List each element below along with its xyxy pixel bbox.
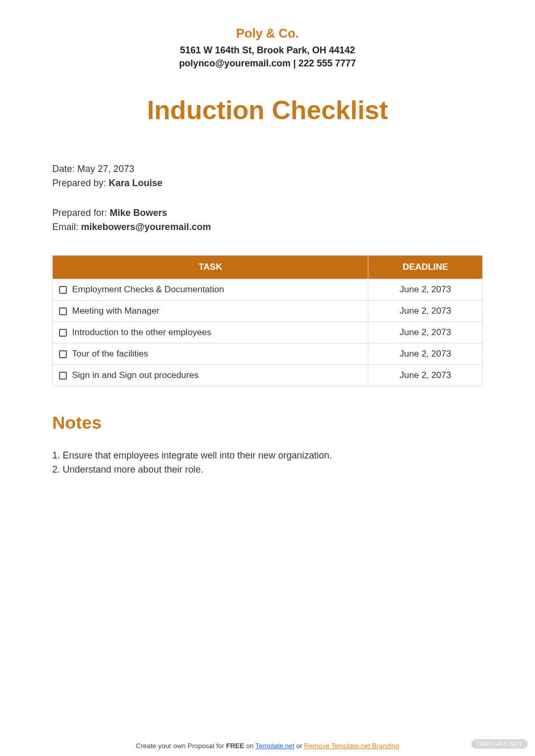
task-label: Meeting with Manager — [72, 306, 159, 316]
footer-link-template[interactable]: Template.net — [255, 742, 294, 750]
prepared-by-label: Prepared by: — [52, 178, 109, 188]
footer-on: on — [244, 742, 255, 750]
date-label: Date: — [52, 164, 77, 174]
document-page: Poly & Co. 5161 W 164th St, Brook Park, … — [0, 0, 535, 477]
checklist-table: TASK DEADLINE Employment Checks & Docume… — [52, 255, 483, 386]
deadline-cell: June 2, 2073 — [368, 322, 483, 343]
document-title: Induction Checklist — [52, 95, 483, 125]
prepared-for-line: Prepared for: Mike Bowers — [52, 206, 483, 220]
company-contact: polynco@youremail.com | 222 555 7777 — [52, 58, 483, 69]
footer-or: or — [294, 742, 304, 750]
meta-block-1: Date: May 27, 2073 Prepared by: Kara Lou… — [52, 162, 483, 190]
task-cell: Employment Checks & Documentation — [59, 284, 362, 295]
task-label: Introduction to the other employees — [72, 327, 212, 338]
prepared-for-label: Prepared for: — [52, 208, 110, 218]
checkbox-icon[interactable] — [59, 372, 67, 380]
deadline-cell: June 2, 2073 — [368, 343, 483, 365]
table-row: Introduction to the other employees June… — [53, 322, 483, 343]
checkbox-icon[interactable] — [59, 329, 67, 337]
header-task: TASK — [53, 256, 368, 279]
deadline-cell: June 2, 2073 — [368, 365, 483, 386]
prepared-for-value: Mike Bowers — [110, 208, 167, 218]
footer-free: FREE — [226, 742, 245, 750]
prepared-by-line: Prepared by: Kara Louise — [52, 176, 483, 190]
checkbox-icon[interactable] — [59, 286, 67, 294]
task-label: Employment Checks & Documentation — [72, 284, 224, 295]
table-row: Sign in and Sign out procedures June 2, … — [53, 365, 483, 386]
table-header-row: TASK DEADLINE — [53, 256, 483, 279]
table-row: Meeting with Manager June 2, 2073 — [53, 301, 483, 322]
task-cell: Meeting with Manager — [59, 306, 362, 316]
table-row: Employment Checks & Documentation June 2… — [53, 279, 483, 301]
email-line: Email: mikebowers@youremail.com — [52, 220, 483, 234]
prepared-by-value: Kara Louise — [109, 178, 162, 188]
note-item: Ensure that employees integrate well int… — [52, 449, 483, 463]
deadline-cell: June 2, 2073 — [368, 279, 483, 301]
email-value: mikebowers@youremail.com — [81, 222, 211, 232]
task-label: Sign in and Sign out procedures — [72, 370, 199, 381]
date-value: May 27, 2073 — [77, 164, 134, 174]
header-deadline: DEADLINE — [368, 256, 483, 279]
table-row: Tour of the facilities June 2, 2073 — [53, 343, 483, 365]
date-line: Date: May 27, 2073 — [52, 162, 483, 176]
footer-prefix: Create your own Proposal for — [136, 742, 226, 750]
checkbox-icon[interactable] — [59, 350, 67, 358]
footer: Create your own Proposal for FREE on Tem… — [0, 742, 535, 750]
watermark-badge: TEMPLATE.NET — [471, 739, 528, 749]
footer-link-remove-branding[interactable]: Remove Template.net Branding — [304, 742, 399, 750]
email-label: Email: — [52, 222, 81, 232]
company-address: 5161 W 164th St, Brook Park, OH 44142 — [52, 45, 483, 56]
meta-block-2: Prepared for: Mike Bowers Email: mikebow… — [52, 206, 483, 234]
notes-title: Notes — [52, 413, 483, 433]
deadline-cell: June 2, 2073 — [368, 301, 483, 322]
task-cell: Introduction to the other employees — [59, 327, 362, 338]
task-cell: Sign in and Sign out procedures — [59, 370, 362, 381]
task-cell: Tour of the facilities — [59, 349, 362, 359]
notes-list: Ensure that employees integrate well int… — [52, 449, 483, 477]
company-name: Poly & Co. — [52, 26, 483, 41]
task-label: Tour of the facilities — [72, 349, 148, 359]
note-item: Understand more about their role. — [52, 463, 483, 477]
checkbox-icon[interactable] — [59, 307, 67, 315]
